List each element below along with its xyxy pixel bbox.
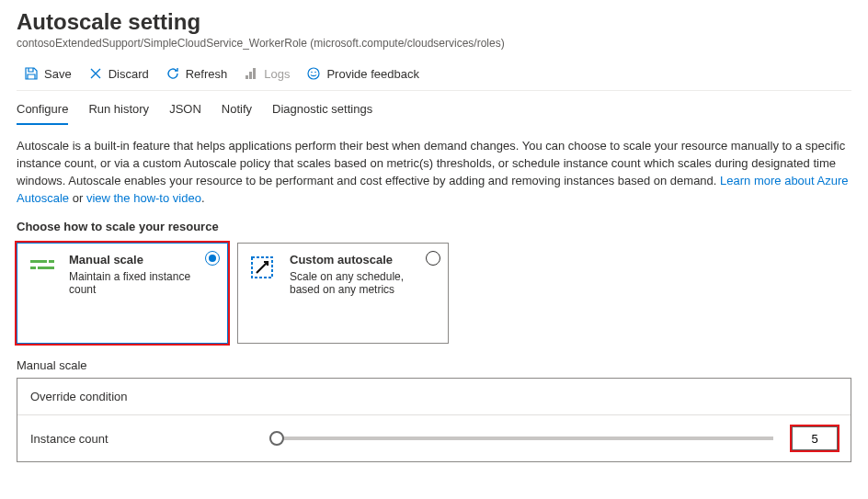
manual-scale-heading: Manual scale — [17, 358, 851, 372]
instance-count-label: Instance count — [30, 432, 251, 446]
feedback-label: Provide feedback — [326, 67, 418, 81]
override-condition-row: Override condition — [17, 379, 851, 414]
manual-scale-title: Manual scale — [69, 253, 216, 267]
description-period: . — [201, 191, 205, 205]
tabs: Configure Run history JSON Notify Diagno… — [17, 98, 851, 125]
logs-icon — [244, 66, 258, 81]
tab-diagnostic[interactable]: Diagnostic settings — [272, 98, 372, 125]
svg-rect-4 — [49, 260, 54, 263]
refresh-label: Refresh — [186, 67, 228, 81]
breadcrumb: contosoExtendedSupport/SimpleCloudServic… — [17, 37, 851, 50]
custom-autoscale-radio[interactable] — [426, 251, 440, 266]
manual-scale-subtitle: Maintain a fixed instance count — [69, 270, 216, 296]
svg-rect-5 — [30, 267, 36, 269]
description-mid: or — [69, 191, 86, 205]
svg-point-1 — [312, 72, 314, 74]
manual-scale-card[interactable]: Manual scale Maintain a fixed instance c… — [17, 243, 228, 344]
logs-button: Logs — [244, 66, 290, 81]
save-button[interactable]: Save — [24, 66, 72, 81]
custom-autoscale-icon — [249, 253, 280, 334]
choose-scale-label: Choose how to scale your resource — [17, 220, 851, 233]
page-title: Autoscale setting — [17, 9, 851, 35]
svg-point-2 — [315, 72, 317, 74]
save-icon — [24, 66, 39, 81]
howto-video-link[interactable]: view the how-to video — [86, 191, 201, 205]
svg-point-0 — [308, 68, 319, 79]
instance-count-row: Instance count — [17, 414, 851, 461]
discard-label: Discard — [108, 67, 149, 81]
refresh-button[interactable]: Refresh — [166, 66, 228, 81]
tab-run-history[interactable]: Run history — [88, 98, 149, 125]
scale-option-cards: Manual scale Maintain a fixed instance c… — [17, 243, 851, 344]
manual-scale-radio[interactable] — [205, 251, 220, 266]
slider-thumb[interactable] — [269, 431, 284, 446]
manual-scale-panel: Override condition Instance count — [17, 378, 851, 462]
discard-button[interactable]: Discard — [88, 66, 149, 81]
slider-track-line — [269, 437, 773, 440]
tab-notify[interactable]: Notify — [222, 98, 252, 125]
feedback-button[interactable]: Provide feedback — [306, 66, 418, 81]
logs-label: Logs — [264, 67, 290, 81]
manual-scale-icon — [29, 253, 60, 334]
custom-autoscale-subtitle: Scale on any schedule, based on any metr… — [290, 270, 437, 296]
save-label: Save — [44, 67, 72, 81]
feedback-icon — [306, 66, 321, 81]
custom-autoscale-title: Custom autoscale — [290, 253, 437, 267]
description: Autoscale is a built-in feature that hel… — [17, 138, 851, 207]
svg-rect-6 — [38, 267, 54, 269]
custom-autoscale-card[interactable]: Custom autoscale Scale on any schedule, … — [237, 243, 449, 344]
instance-count-slider[interactable] — [269, 431, 773, 446]
discard-icon — [88, 66, 103, 81]
instance-count-input[interactable] — [792, 426, 838, 450]
refresh-icon — [166, 66, 180, 81]
tab-json[interactable]: JSON — [169, 98, 201, 125]
tab-configure[interactable]: Configure — [17, 98, 68, 125]
svg-rect-3 — [30, 260, 47, 263]
toolbar: Save Discard Refresh Logs Provide feedba… — [17, 62, 851, 91]
